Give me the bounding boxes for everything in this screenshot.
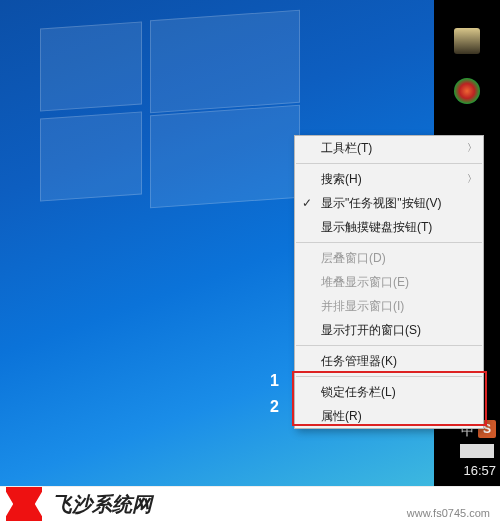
menu-label: 任务管理器(K) (321, 353, 397, 370)
menu-item-show-touch-keyboard[interactable]: 显示触摸键盘按钮(T) (295, 215, 483, 239)
menu-label: 属性(R) (321, 408, 362, 425)
menu-label: 锁定任务栏(L) (321, 384, 396, 401)
tray-app-icon-2[interactable] (454, 78, 480, 104)
menu-item-cascade-windows: 层叠窗口(D) (295, 246, 483, 270)
menu-item-sidebyside-windows: 并排显示窗口(I) (295, 294, 483, 318)
screenshot-area: 中 S 16:57 工具栏(T) 〉 搜索(H) 〉 ✓ 显示"任务视图"按钮(… (0, 0, 500, 486)
menu-label: 搜索(H) (321, 171, 362, 188)
tray-white-square[interactable] (460, 444, 494, 458)
menu-label: 层叠窗口(D) (321, 250, 386, 267)
taskbar-context-menu: 工具栏(T) 〉 搜索(H) 〉 ✓ 显示"任务视图"按钮(V) 显示触摸键盘按… (294, 135, 484, 429)
menu-item-stacked-windows: 堆叠显示窗口(E) (295, 270, 483, 294)
annotation-number-2: 2 (270, 398, 279, 416)
menu-separator (296, 376, 482, 377)
menu-separator (296, 345, 482, 346)
menu-label: 工具栏(T) (321, 140, 372, 157)
menu-separator (296, 163, 482, 164)
brand-name: 飞沙系统网 (52, 491, 152, 518)
tray-app-icon-1[interactable] (454, 28, 480, 54)
windows-logo (40, 25, 300, 205)
menu-label: 显示"任务视图"按钮(V) (321, 195, 442, 212)
submenu-arrow-icon: 〉 (467, 172, 477, 186)
annotation-number-1: 1 (270, 372, 279, 390)
menu-item-search[interactable]: 搜索(H) 〉 (295, 167, 483, 191)
menu-label: 显示打开的窗口(S) (321, 322, 421, 339)
menu-label: 并排显示窗口(I) (321, 298, 404, 315)
submenu-arrow-icon: 〉 (467, 141, 477, 155)
menu-label: 堆叠显示窗口(E) (321, 274, 409, 291)
menu-item-lock-taskbar[interactable]: 锁定任务栏(L) (295, 380, 483, 404)
menu-item-properties[interactable]: 属性(R) (295, 404, 483, 428)
menu-item-show-open-windows[interactable]: 显示打开的窗口(S) (295, 318, 483, 342)
menu-separator (296, 242, 482, 243)
menu-item-toolbar[interactable]: 工具栏(T) 〉 (295, 136, 483, 160)
brand-url: www.fs0745.com (407, 507, 490, 519)
check-icon: ✓ (302, 196, 312, 210)
menu-item-show-task-view[interactable]: ✓ 显示"任务视图"按钮(V) (295, 191, 483, 215)
menu-label: 显示触摸键盘按钮(T) (321, 219, 432, 236)
brand-logo-icon (6, 487, 42, 522)
menu-item-task-manager[interactable]: 任务管理器(K) (295, 349, 483, 373)
watermark-footer: 飞沙系统网 www.fs0745.com (0, 486, 500, 521)
taskbar-clock[interactable]: 16:57 (434, 463, 496, 478)
